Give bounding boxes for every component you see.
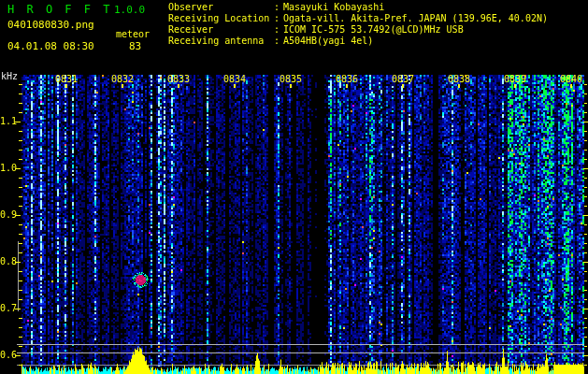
time-tick-label: 0834 xyxy=(218,74,251,84)
time-tick-label: 0838 xyxy=(442,74,476,84)
meta-row-receiver: Receiver:ICOM IC-575 53.7492(@LCD)MHz US… xyxy=(168,24,548,36)
meteor-count: 83 xyxy=(129,40,141,52)
freq-tick-label: 0.8 xyxy=(0,256,15,266)
meta-separator: : xyxy=(274,2,283,13)
spectrogram-canvas xyxy=(0,0,588,374)
meta-label: Receiving Location xyxy=(168,13,274,24)
time-tick-label: 0840 xyxy=(554,74,588,84)
app-title: H R O F F T xyxy=(7,3,112,16)
freq-tick-label: 1.1 xyxy=(0,116,15,126)
meta-label: Receiver xyxy=(168,24,274,36)
app-version: 1.0.0 xyxy=(114,4,145,16)
meta-separator: : xyxy=(274,36,283,47)
time-tick-label: 0832 xyxy=(106,74,139,84)
output-filename: 0401080830.png xyxy=(7,19,94,31)
meta-value: Masayuki Kobayashi xyxy=(283,2,384,12)
meta-value: Ogata-vill. Akita-Pref. JAPAN (139.96E, … xyxy=(283,13,548,23)
freq-tick-label: 1.0 xyxy=(0,163,15,173)
meta-row-antenna: Receiving antenna:A504HB(yagi 4el) xyxy=(168,36,548,47)
freq-tick-label: 0.9 xyxy=(0,209,15,220)
time-tick-label: 0839 xyxy=(498,74,532,84)
meteor-mode-label: meteor xyxy=(116,29,150,39)
time-tick-label: 0833 xyxy=(162,74,195,84)
time-tick-label: 0836 xyxy=(330,74,364,84)
meta-separator: : xyxy=(274,13,283,24)
freq-tick-label: 0.6 xyxy=(0,350,15,360)
time-tick-label: 0831 xyxy=(50,74,83,84)
datetime-label: 04.01.08 08:30 xyxy=(7,40,94,52)
meta-row-location: Receiving Location:Ogata-vill. Akita-Pre… xyxy=(168,13,548,24)
freq-tick-label: 0.7 xyxy=(0,303,15,313)
hrofft-window: H R O F F T 1.0.0 0401080830.png meteor … xyxy=(0,0,588,374)
meta-value: ICOM IC-575 53.7492(@LCD)MHz USB xyxy=(283,24,464,35)
meta-label: Observer xyxy=(168,2,274,13)
time-tick-label: 0837 xyxy=(386,74,420,84)
meta-label: Receiving antenna xyxy=(168,36,274,47)
observer-metadata: Observer:Masayuki Kobayashi Receiving Lo… xyxy=(168,2,548,47)
time-tick-label: 0835 xyxy=(274,74,308,84)
y-axis-unit-label: kHz xyxy=(1,71,18,81)
meta-value: A504HB(yagi 4el) xyxy=(283,36,373,46)
meta-row-observer: Observer:Masayuki Kobayashi xyxy=(168,2,548,13)
meta-separator: : xyxy=(274,24,283,36)
